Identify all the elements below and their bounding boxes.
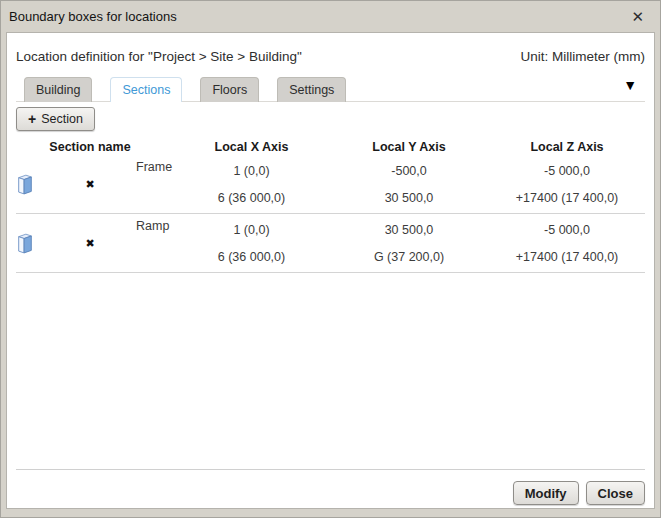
window-title: Boundary boxes for locations	[9, 9, 177, 24]
section-name: Frame	[136, 157, 174, 174]
z-axis-max[interactable]: +17400 (17 400,0)	[489, 250, 645, 264]
modify-button[interactable]: Modify	[513, 481, 579, 505]
table-row: Ramp ✖ 1 (0,0) 30 500,0 -5 000,0 6 (36 0…	[16, 214, 645, 273]
x-axis-max[interactable]: 6 (36 000,0)	[174, 191, 329, 205]
chevron-down-icon[interactable]: ▼	[623, 78, 637, 92]
x-axis-max[interactable]: 6 (36 000,0)	[174, 250, 329, 264]
add-section-button[interactable]: + Section	[16, 107, 95, 131]
col-header-section-name: Section name	[44, 140, 136, 154]
x-axis-min[interactable]: 1 (0,0)	[174, 223, 329, 237]
footer-divider	[16, 469, 645, 470]
y-axis-max[interactable]: G (37 200,0)	[329, 250, 489, 264]
delete-section-icon[interactable]: ✖	[44, 178, 136, 191]
y-axis-max[interactable]: 30 500,0	[329, 191, 489, 205]
col-header-local-x: Local X Axis	[174, 140, 329, 154]
tab-settings[interactable]: Settings	[277, 77, 346, 102]
box-3d-icon	[16, 231, 34, 255]
tab-building[interactable]: Building	[24, 77, 92, 102]
definition-header: Location definition for "Project > Site …	[16, 49, 645, 64]
table-header-row: Section name Local X Axis Local Y Axis L…	[16, 139, 645, 155]
plus-icon: +	[28, 112, 36, 126]
dialog-content: Location definition for "Project > Site …	[6, 32, 655, 509]
z-axis-min[interactable]: -5 000,0	[489, 223, 645, 237]
tab-floors-label: Floors	[212, 83, 247, 97]
section-name: Ramp	[136, 216, 174, 233]
z-axis-min[interactable]: -5 000,0	[489, 164, 645, 178]
add-section-label: Section	[41, 112, 83, 126]
tab-building-label: Building	[36, 83, 80, 97]
location-definition-label: Location definition for "Project > Site …	[16, 49, 302, 64]
col-header-local-y: Local Y Axis	[329, 140, 489, 154]
y-axis-min[interactable]: 30 500,0	[329, 223, 489, 237]
tab-sections-label: Sections	[122, 83, 170, 97]
y-axis-min[interactable]: -500,0	[329, 164, 489, 178]
delete-section-icon[interactable]: ✖	[44, 237, 136, 250]
tab-settings-label: Settings	[289, 83, 334, 97]
close-icon[interactable]: ✕	[627, 7, 648, 26]
footer-buttons: Modify Close	[16, 481, 645, 505]
tab-sections[interactable]: Sections	[110, 77, 182, 102]
sections-table: Section name Local X Axis Local Y Axis L…	[16, 139, 645, 273]
z-axis-max[interactable]: +17400 (17 400,0)	[489, 191, 645, 205]
tab-floors[interactable]: Floors	[200, 77, 259, 102]
table-row: Frame ✖ 1 (0,0) -500,0 -5 000,0 6 (36 00…	[16, 155, 645, 214]
section-box-icon	[16, 231, 44, 255]
x-axis-min[interactable]: 1 (0,0)	[174, 164, 329, 178]
section-toolbar: + Section	[16, 107, 645, 131]
tab-strip: Building Sections Floors Settings ▼	[16, 77, 645, 102]
close-button[interactable]: Close	[586, 481, 645, 505]
title-bar: Boundary boxes for locations ✕	[1, 1, 660, 31]
unit-label: Unit: Millimeter (mm)	[521, 49, 646, 64]
box-3d-icon	[16, 172, 34, 196]
section-box-icon	[16, 172, 44, 196]
dialog-window: Boundary boxes for locations ✕ Location …	[0, 0, 661, 518]
col-header-local-z: Local Z Axis	[489, 140, 645, 154]
